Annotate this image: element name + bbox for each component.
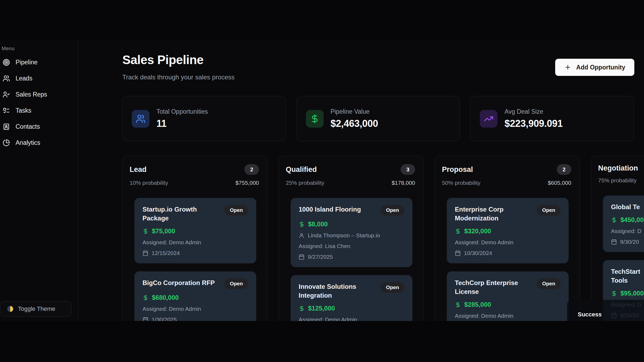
column-header: Proposal 2 50% probability $605,000 — [435, 156, 579, 186]
sidebar-item-leads[interactable]: Leads — [2, 72, 78, 84]
deal-date: 10/30/2024 — [455, 250, 561, 256]
deal-assigned: Assigned: Demo Admin — [455, 313, 561, 319]
page-header: Sales Pipeline Track deals through your … — [122, 53, 634, 81]
sidebar-section-label: Menu — [2, 46, 78, 51]
calendar-icon — [142, 250, 148, 256]
app-window: Menu Pipeline Leads — [0, 40, 644, 321]
page-subtitle: Track deals through your sales process — [122, 73, 235, 81]
deal-amount: $320,000 — [455, 227, 561, 235]
deal-assigned: Assigned: Demo Admin — [142, 239, 248, 246]
deal-assigned: Assigned: Demo Admin — [455, 239, 561, 246]
sidebar-item-analytics[interactable]: Analytics — [2, 137, 78, 149]
column-title: Lead — [130, 165, 147, 174]
sidebar-item-tasks[interactable]: Tasks — [2, 105, 78, 116]
column-probability: 10% probability — [130, 180, 168, 186]
calendar-icon — [455, 250, 461, 256]
column-cards: Enterprise Corp Modernization Open $320,… — [435, 186, 579, 321]
kanban-column-lead: Lead 2 10% probability $755,000 Startup.… — [122, 156, 267, 321]
stats-row: Total Opportunities 11 Pipeline Value $2… — [122, 96, 634, 141]
deal-assigned: Assigned: D — [611, 228, 644, 234]
column-count-badge: 2 — [244, 164, 259, 175]
deal-card[interactable]: 1000 Island Flooring Open $8,000 Linda T… — [291, 198, 412, 267]
users-icon — [132, 110, 149, 128]
pie-chart-icon — [2, 138, 11, 147]
status-badge: Open — [380, 205, 404, 216]
stat-value: 11 — [156, 118, 208, 129]
contact-card-icon — [2, 122, 11, 131]
column-probability: 50% probability — [442, 180, 481, 186]
checklist-icon — [2, 106, 11, 115]
status-badge: Open — [537, 278, 561, 289]
deal-title: BigCo Corporation RFP — [142, 278, 215, 287]
deal-card[interactable]: Enterprise Corp Modernization Open $320,… — [447, 198, 569, 263]
column-title: Negotiation — [598, 164, 638, 172]
sidebar-item-pipeline[interactable]: Pipeline — [2, 56, 78, 68]
deal-card[interactable]: Global Te $450,00 Assigned: D 9/30/20 — [603, 195, 644, 252]
stat-card-pipeline-value: Pipeline Value $2,463,000 — [297, 96, 460, 141]
dollar-icon — [306, 110, 324, 128]
kanban-column-proposal: Proposal 2 50% probability $605,000 Ente… — [435, 156, 580, 321]
dollar-icon — [299, 221, 305, 227]
deal-amount: $450,00 — [611, 216, 644, 224]
deal-amount: $285,000 — [455, 301, 561, 308]
dollar-icon — [299, 305, 305, 312]
column-cards: 1000 Island Flooring Open $8,000 Linda T… — [279, 186, 423, 321]
dollar-icon — [455, 228, 461, 234]
deal-assigned: Assigned: Demo Admin — [142, 306, 248, 312]
deal-card[interactable]: BigCo Corporation RFP Open $680,000 Assi… — [134, 271, 256, 321]
column-total: $755,000 — [235, 180, 259, 186]
deal-contact: Linda Thompson – Startup.io — [299, 232, 404, 239]
deal-card[interactable]: Innovate Solutions Integration Open $125… — [291, 275, 412, 321]
stat-label: Pipeline Value — [331, 108, 378, 115]
status-badge: Open — [537, 205, 561, 216]
deal-date: 9/27/2025 — [299, 254, 404, 260]
toggle-theme-button[interactable]: Toggle Theme — [0, 301, 71, 317]
sidebar-item-label: Tasks — [16, 107, 31, 114]
dollar-icon — [142, 295, 149, 301]
dollar-icon — [611, 290, 617, 297]
dollar-icon — [611, 217, 617, 223]
column-total: $178,000 — [391, 180, 415, 186]
half-moon-icon — [7, 305, 14, 312]
stat-label: Total Opportunities — [156, 108, 208, 115]
toggle-theme-label: Toggle Theme — [18, 305, 55, 312]
deal-card[interactable]: TechCorp Enterprise License Open $285,00… — [447, 271, 569, 321]
deal-title: Global Te — [611, 202, 640, 211]
column-title: Proposal — [442, 165, 473, 174]
sidebar-item-label: Contacts — [16, 123, 40, 130]
stat-value: $223,909.091 — [504, 118, 563, 129]
kanban-column-negotiation: Negotiation 75% probability Global Te — [591, 156, 644, 321]
deal-title: Innovate Solutions Integration — [299, 282, 356, 300]
success-toast: Success — [567, 300, 644, 321]
deal-date: 12/15/2024 — [142, 250, 248, 256]
kanban-column-qualified: Qualified 3 25% probability $178,000 100… — [279, 156, 423, 321]
column-header: Negotiation 75% probability — [591, 156, 644, 184]
add-opportunity-button[interactable]: Add Opportunity — [555, 59, 634, 76]
plus-icon — [564, 64, 571, 71]
screen: Menu Pipeline Leads — [0, 0, 644, 362]
calendar-icon — [611, 239, 617, 245]
status-badge: Open — [224, 278, 248, 289]
deal-amount: $95,000 — [611, 290, 644, 297]
column-probability: 75% probability — [598, 177, 637, 184]
calendar-icon — [142, 317, 148, 321]
deal-date: 9/30/20 — [611, 239, 644, 245]
kanban-board: Lead 2 10% probability $755,000 Startup.… — [122, 156, 644, 321]
sidebar-item-sales-reps[interactable]: Sales Reps — [2, 88, 78, 100]
deal-title: 1000 Island Flooring — [299, 205, 361, 214]
deal-card[interactable]: Startup.io Growth Package Open $75,000 A… — [134, 198, 256, 263]
deal-date: 1/30/2025 — [142, 316, 248, 321]
sidebar: Menu Pipeline Leads — [0, 40, 78, 321]
status-badge: Open — [380, 282, 404, 293]
trending-up-icon — [480, 110, 497, 128]
sidebar-item-contacts[interactable]: Contacts — [2, 121, 78, 132]
column-count-badge: 2 — [557, 164, 571, 175]
status-badge: Open — [224, 205, 248, 216]
deal-title: Startup.io Growth Package — [142, 205, 221, 223]
deal-amount: $680,000 — [142, 294, 248, 301]
user-icon — [299, 232, 305, 238]
sidebar-item-label: Leads — [16, 75, 32, 82]
column-count-badge: 3 — [401, 164, 415, 175]
add-opportunity-label: Add Opportunity — [576, 64, 625, 71]
column-title: Qualified — [286, 165, 317, 174]
